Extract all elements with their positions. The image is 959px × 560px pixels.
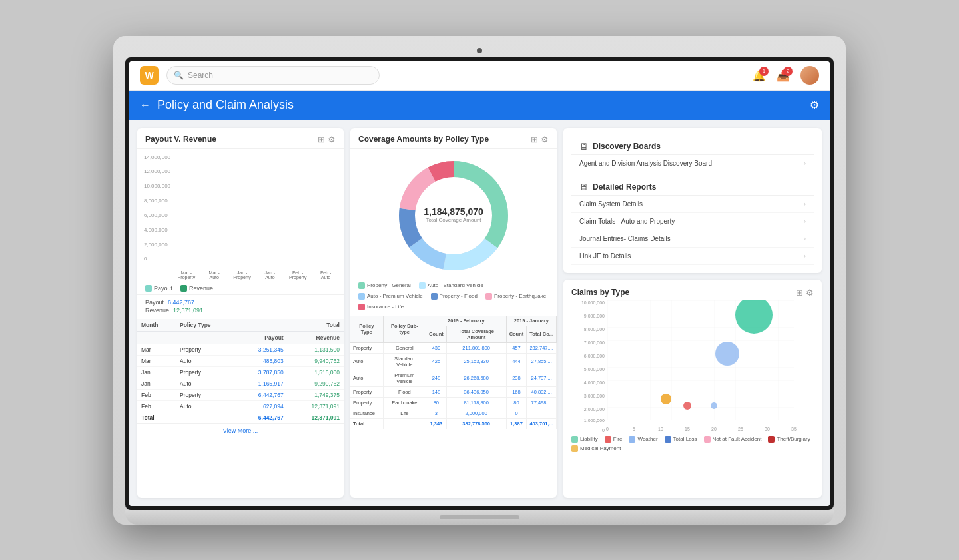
inbox-icon[interactable]: 📥 2	[777, 69, 790, 82]
donut-center: 1,184,875,070 Total Coverage Amount	[424, 206, 483, 222]
chevron-right-icon: ›	[804, 218, 806, 225]
notification-bell[interactable]: 🔔 1	[753, 69, 766, 82]
svg-text:1,000,000: 1,000,000	[584, 418, 605, 423]
revenue-stat-value: 12,371,091	[173, 307, 203, 314]
svg-text:7,000,000: 7,000,000	[584, 340, 605, 345]
bubble-blue-small	[711, 402, 717, 409]
legend-property-general: Property - General	[358, 282, 411, 289]
discovery-boards-title: Discovery Boards	[593, 142, 661, 151]
legend-property-earthquake: Property - Earthquake	[485, 293, 546, 300]
svg-text:4,000,000: 4,000,000	[584, 380, 605, 385]
col-total: Total	[236, 319, 344, 332]
svg-text:2,000,000: 2,000,000	[584, 407, 605, 412]
legend-property-flood: Property - Flood	[431, 293, 478, 300]
col-count-feb: Count	[426, 326, 447, 342]
legend-fire: Fire	[605, 436, 623, 443]
detailed-reports-title: Detailed Reports	[593, 182, 656, 192]
search-bar[interactable]: 🔍 Search	[166, 66, 380, 85]
settings-button[interactable]: ⚙	[810, 99, 819, 111]
report-item-journal-entries[interactable]: Journal Entries- Claims Details ›	[571, 230, 814, 248]
discovery-board-item[interactable]: Agent and Division Analysis Discovery Bo…	[571, 155, 814, 172]
table-row: MarAuto 485,8039,940,762	[137, 355, 344, 366]
stats-row: Payout 6,442,767 Revenue 12,371,091	[137, 294, 344, 319]
report-item-claim-totals[interactable]: Claim Totals - Auto and Property ›	[571, 213, 814, 230]
table-row-total: Total 6,442,76712,371,091	[137, 412, 344, 423]
table-row: JanProperty 3,787,8501,515,000	[137, 366, 344, 378]
svg-text:3,000,000: 3,000,000	[584, 394, 605, 398]
legend-auto-standard: Auto - Standard Vehicle	[419, 282, 483, 289]
back-button[interactable]: ←	[140, 99, 151, 111]
svg-text:10,000,000: 10,000,000	[581, 300, 605, 305]
svg-text:9,000,000: 9,000,000	[584, 314, 605, 318]
payout-revenue-panel: Payout V. Revenue ⊞ ⚙ 14,000,000 12,000,…	[137, 128, 344, 498]
revenue-legend-dot	[180, 285, 187, 292]
claims-panel-icons: ⊞ ⚙	[796, 288, 814, 298]
bubble-blue	[715, 342, 739, 366]
col-policy-type: Policy Type	[350, 316, 383, 343]
workday-logo: W	[140, 66, 159, 85]
legend-payout: Payout	[145, 285, 172, 292]
reports-icon: 🖥	[579, 182, 589, 192]
view-more-button[interactable]: View More ...	[137, 423, 344, 437]
donut-value: 1,184,875,070	[424, 206, 483, 216]
claims-chart-panel: Claims by Type ⊞ ⚙	[563, 280, 822, 498]
page-title: Policy and Claim Analysis	[157, 98, 803, 112]
y-axis: 14,000,000 12,000,000 10,000,000 8,000,0…	[144, 154, 170, 262]
scatter-svg: 10,000,000 9,000,000 8,000,000 7,000,000…	[571, 300, 814, 433]
inbox-badge: 2	[783, 67, 793, 76]
col-feb-2019: 2019 - February	[426, 316, 507, 326]
svg-text:0: 0	[606, 427, 609, 431]
legend-medical: Medical Payment	[571, 445, 621, 452]
table-row: JanAuto 1,165,9179,290,762	[137, 378, 344, 389]
legend-insurance-life: Insurance - Life	[358, 304, 404, 310]
svg-text:35: 35	[791, 427, 797, 431]
donut-label: Total Coverage Amount	[424, 216, 483, 222]
page-header: ← Policy and Claim Analysis ⚙	[129, 91, 830, 120]
search-placeholder: Search	[188, 71, 213, 80]
col-sub-type: Policy Sub-type	[383, 316, 426, 343]
scatter-legend: Liability Fire Weather	[571, 433, 814, 452]
report-item-link-je[interactable]: Link JE to Details ›	[571, 248, 814, 265]
report-item-claim-system[interactable]: Claim System Details ›	[571, 196, 814, 213]
main-content: Payout V. Revenue ⊞ ⚙ 14,000,000 12,000,…	[129, 120, 830, 506]
user-avatar[interactable]	[800, 66, 819, 85]
claims-panel-title: Claims by Type	[571, 288, 629, 297]
payout-legend-dot	[145, 285, 152, 292]
coverage-panel: Coverage Amounts by Policy Type ⊞ ⚙	[350, 128, 557, 498]
right-panel: 🖥 Discovery Boards Agent and Division An…	[563, 128, 822, 498]
chevron-right-icon: ›	[804, 200, 806, 208]
col-coverage-feb: Total Coverage Amount	[446, 326, 506, 342]
discovery-reports-panel: 🖥 Discovery Boards Agent and Division An…	[563, 128, 822, 273]
coverage-table: Policy Type Policy Sub-type 2019 - Febru…	[350, 316, 557, 429]
coverage-panel-icons: ⊞ ⚙	[531, 135, 549, 144]
dot-insurance-life	[358, 304, 365, 310]
table-row-total: Total 1,343382,778,560 1,387403,701,...	[350, 418, 557, 429]
revenue-legend-label: Revenue	[189, 285, 213, 292]
bar-chart-area: 14,000,000 12,000,000 10,000,000 8,000,0…	[137, 149, 344, 282]
col-jan-2019: 2019 - January	[506, 316, 556, 326]
payout-stat: Payout 6,442,767	[145, 299, 336, 306]
donut-area: 1,184,875,070 Total Coverage Amount	[350, 149, 557, 280]
legend-theft: Theft/Burglary	[768, 436, 810, 443]
col-payout: Payout	[236, 331, 288, 344]
search-icon: 🔍	[174, 71, 184, 80]
svg-text:5,000,000: 5,000,000	[584, 367, 605, 372]
scatter-area: 10,000,000 9,000,000 8,000,000 7,000,000…	[571, 300, 814, 433]
coverage-panel-title: Coverage Amounts by Policy Type	[358, 135, 489, 144]
svg-text:6,000,000: 6,000,000	[584, 354, 605, 358]
svg-text:5: 5	[633, 427, 635, 431]
dot-property-general	[358, 282, 365, 289]
x-labels: Mar -Property Mar -Auto Jan -Property Ja…	[174, 270, 338, 280]
svg-text:30: 30	[765, 427, 770, 431]
payout-stat-label: Payout	[145, 299, 164, 306]
col-policy-type: Policy Type	[176, 319, 236, 332]
revenue-stat: Revenue 12,371,091	[145, 307, 336, 314]
discovery-icon: 🖥	[579, 141, 589, 152]
donut-legend: Property - General Auto - Standard Vehic…	[350, 280, 557, 316]
revenue-stat-label: Revenue	[145, 307, 169, 314]
svg-text:25: 25	[738, 427, 743, 431]
bubble-red	[683, 402, 691, 410]
payout-stat-value: 6,442,767	[168, 299, 194, 306]
payout-panel-icons: ⊞ ⚙	[318, 135, 336, 144]
discovery-boards-header: 🖥 Discovery Boards	[571, 136, 814, 155]
